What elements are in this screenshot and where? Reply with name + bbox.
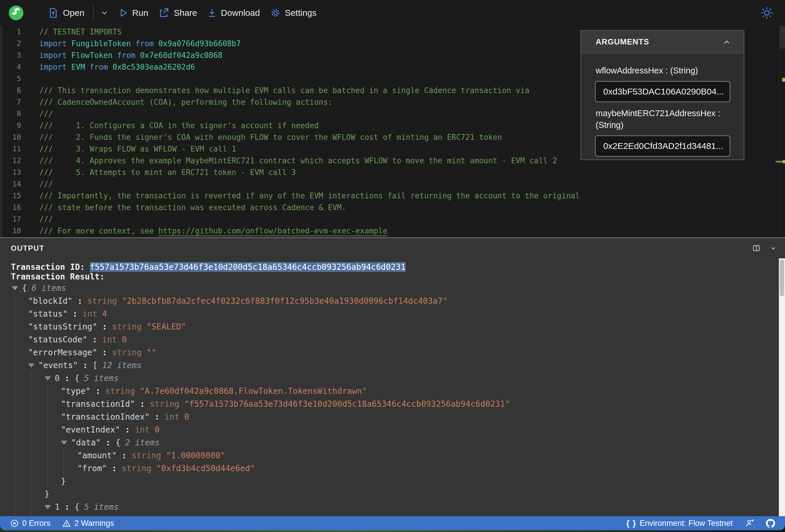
json-tree-row: "statusString" : string "SEALED" [0, 321, 777, 333]
code-line: 18/// For more context, see https://gith… [0, 225, 776, 237]
tree-guide-line [47, 385, 48, 488]
tree-guide-line [31, 372, 31, 516]
output-panel: OUTPUT Transaction ID: f557a1573b76aa53e… [0, 237, 785, 516]
json-tree-row: "from" : string "0xfd3b4cd50d44e6ed" [0, 462, 777, 475]
code-link[interactable]: https://github.com/onflow/batched-evm-ex… [158, 227, 387, 235]
line-number: 2 [0, 38, 21, 49]
expand-triangle-icon[interactable] [12, 286, 18, 290]
json-tree-row: "transactionIndex" : int 0 [0, 410, 777, 424]
line-number: 6 [0, 84, 21, 96]
environment-status[interactable]: { } Environment: Flow Testnet [626, 519, 733, 528]
download-icon [207, 8, 217, 18]
sun-icon [759, 5, 775, 21]
line-number: 18 [0, 225, 21, 237]
toolbar: Open Run Share Download Settings [0, 0, 785, 26]
line-number: 11 [0, 143, 21, 155]
json-tree: {6 items"blockId" : string "2b28cbfb87da… [0, 282, 777, 516]
expand-triangle-icon[interactable] [28, 363, 34, 368]
json-tree-row: "transactionId" : string "f557a1573b76aa… [0, 398, 777, 410]
warning-icon [62, 519, 71, 528]
line-number: 17 [0, 213, 21, 225]
json-tree-row: "events" : [12 items [0, 359, 777, 372]
run-button[interactable]: Run [118, 8, 148, 18]
play-icon [118, 8, 128, 18]
editor-overview-ruler[interactable] [780, 26, 785, 237]
arguments-header[interactable]: ARGUMENTS [581, 31, 744, 54]
chevron-down-icon [100, 8, 109, 17]
collapse-chevron-icon[interactable] [722, 37, 731, 47]
warning-marker [782, 78, 785, 82]
share-label: Share [174, 8, 197, 18]
code-line: 13/// 5. Attempts to mint an ERC721 toke… [0, 167, 776, 178]
arguments-body: wflowAddressHex : (String) 0xd3bF53DAC10… [581, 54, 744, 156]
output-header: OUTPUT [0, 238, 785, 254]
status-bar: 0 Errors 2 Warnings { } Environment: Flo… [0, 516, 785, 530]
arguments-panel: ARGUMENTS wflowAddressHex : (String) 0xd… [580, 30, 744, 160]
open-button[interactable]: Open [47, 7, 84, 19]
split-view-icon[interactable] [752, 244, 760, 252]
braces-icon: { } [626, 519, 637, 528]
argument-input-wflow[interactable]: 0xd3bF53DAC106A0290B04... [595, 81, 730, 102]
cursor-marker [776, 161, 783, 162]
argument-label: maybeMintERC721AddressHex : (String) [596, 107, 730, 131]
arguments-title: ARGUMENTS [596, 37, 649, 47]
argument-input-maybemint[interactable]: 0x2E2Ed0Cfd3AD2f1d34481... [595, 135, 730, 156]
line-number: 9 [0, 120, 21, 131]
download-label: Download [221, 8, 260, 18]
tree-guide-line [47, 513, 48, 516]
transaction-summary: Transaction ID: f557a1573b76aa53e73d46f3… [11, 262, 406, 281]
code-editor[interactable]: 1// TESTNET IMPORTS2import FungibleToken… [0, 26, 785, 237]
share-button[interactable]: Share [158, 7, 197, 19]
expand-triangle-icon[interactable] [45, 376, 51, 380]
json-tree-row: "type" : string "A.7e60df042a9c0868.Flow… [0, 385, 777, 398]
flow-logo-icon[interactable] [9, 5, 23, 20]
settings-label: Settings [285, 8, 316, 18]
environment-label: Environment: Flow Testnet [639, 519, 733, 528]
code-line: 15/// Importantly, the transaction is re… [0, 190, 776, 202]
open-dropdown-button[interactable] [100, 8, 109, 17]
json-tree-row: } [0, 488, 777, 501]
github-link[interactable] [766, 519, 775, 528]
json-tree-row: "type" : string "A.7e60df042a9c0868.Flow… [0, 513, 777, 516]
json-tree-row: "amount" : string "1.00000000" [0, 449, 777, 462]
expand-triangle-icon[interactable] [45, 505, 51, 509]
settings-button[interactable]: Settings [270, 7, 316, 19]
output-scrollbar[interactable] [779, 258, 785, 516]
editor-scrollbar-thumb[interactable] [780, 26, 785, 49]
download-button[interactable]: Download [207, 8, 260, 18]
expand-triangle-icon[interactable] [61, 441, 67, 445]
line-number: 4 [0, 61, 21, 73]
output-title: OUTPUT [11, 244, 45, 253]
json-tree-row: 0 : {5 items [0, 372, 777, 385]
code-line: 14/// [0, 178, 776, 190]
transaction-id-value: f557a1573b76aa53e73d46f3e10d200d5c18a653… [90, 262, 406, 272]
toolbar-separator [93, 5, 94, 21]
code-line: 17/// [0, 213, 776, 225]
output-scrollbar-thumb[interactable] [780, 259, 784, 297]
gear-icon [270, 7, 281, 19]
warnings-count: 2 Warnings [74, 519, 114, 528]
line-number: 8 [0, 108, 21, 120]
errors-status[interactable]: 0 Errors [10, 519, 50, 528]
share-icon [158, 7, 170, 19]
json-tree-row: "statusCode" : int 0 [0, 333, 777, 346]
json-tree-row: "eventIndex" : int 0 [0, 424, 777, 436]
line-number: 5 [0, 73, 21, 84]
person-feedback-icon [745, 518, 755, 528]
json-tree-row: "status" : int 4 [0, 308, 777, 321]
collapse-output-chevron-icon[interactable] [769, 244, 777, 252]
line-number: 10 [0, 131, 21, 143]
line-number: 1 [0, 26, 21, 38]
warnings-status[interactable]: 2 Warnings [62, 519, 114, 528]
json-tree-row: "data" : {2 items [0, 436, 777, 449]
json-tree-row: "blockId" : string "2b28cbfb87da2cfec4f0… [0, 295, 777, 308]
code-line: 16/// state before the transaction was e… [0, 202, 776, 213]
json-tree-row: 1 : {5 items [0, 501, 777, 513]
line-number: 14 [0, 178, 21, 190]
feedback-button[interactable] [745, 518, 755, 528]
transaction-result-label: Transaction Result: [11, 272, 104, 281]
line-number: 12 [0, 155, 21, 167]
error-icon [10, 519, 19, 528]
errors-count: 0 Errors [22, 519, 50, 528]
theme-toggle-button[interactable] [759, 5, 775, 21]
